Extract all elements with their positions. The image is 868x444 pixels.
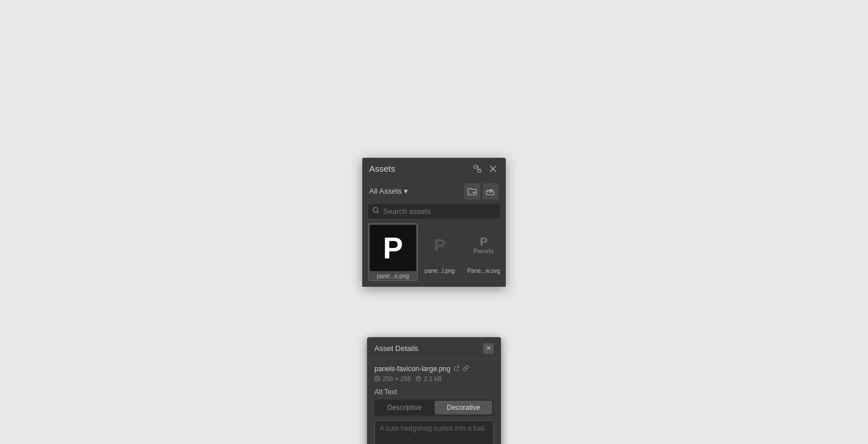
alt-text-input[interactable] — [374, 420, 494, 445]
file-size-text: 2.1 kB — [424, 375, 442, 382]
thumbnail-icon: P — [383, 233, 403, 263]
asset-name: pane...l.png — [425, 268, 455, 274]
assets-panel: Assets All Assets ▾ — [362, 158, 506, 287]
asset-thumbnail: P — [419, 224, 461, 266]
search-container — [362, 204, 506, 223]
panel-header: Assets — [362, 158, 506, 180]
asset-name: pane...e.png — [377, 273, 409, 279]
file-name: panels-favicon-large.png — [374, 365, 450, 373]
alt-text-tabs: Descriptive Decorative — [374, 399, 494, 416]
expand-icon[interactable] — [471, 164, 484, 174]
dimensions-icon — [374, 376, 380, 382]
filter-label: All Assets — [369, 187, 402, 195]
svg-rect-1 — [478, 169, 481, 172]
search-wrapper — [368, 204, 500, 219]
upload-button[interactable] — [483, 183, 499, 199]
file-size-icon — [415, 376, 421, 382]
external-link-icon[interactable] — [454, 365, 459, 372]
file-name-row: panels-favicon-large.png — [374, 365, 494, 373]
header-actions — [471, 164, 499, 174]
copy-link-icon[interactable] — [463, 365, 469, 372]
details-title: Asset Details — [374, 344, 418, 353]
panel-toolbar: All Assets ▾ — [362, 180, 506, 204]
search-input[interactable] — [383, 207, 495, 216]
asset-thumbnail: P — [370, 225, 416, 271]
panel-title: Assets — [369, 164, 395, 173]
details-header: Asset Details ✕ — [367, 338, 501, 359]
svg-rect-0 — [474, 165, 477, 168]
asset-thumbnail: P Panels — [463, 224, 505, 266]
thumbnail-icon: P — [434, 236, 446, 254]
list-item[interactable]: P pane...l.png — [418, 223, 462, 281]
details-close-button[interactable]: ✕ — [483, 343, 494, 354]
assets-grid: P pane...e.png P pane...l.png P Panels P… — [362, 223, 506, 287]
descriptive-tab[interactable]: Descriptive — [376, 401, 433, 415]
details-body: panels-favicon-large.png — [367, 359, 501, 445]
svg-point-9 — [373, 208, 378, 212]
close-panel-button[interactable] — [487, 164, 499, 173]
filter-arrow-icon: ▾ — [404, 187, 408, 195]
add-folder-button[interactable] — [464, 183, 480, 199]
decorative-tab[interactable]: Decorative — [435, 401, 492, 415]
search-icon — [373, 207, 380, 216]
list-item[interactable]: P Panels Pane...w.svg — [462, 223, 506, 281]
toolbar-right — [464, 183, 499, 199]
svg-line-10 — [377, 212, 379, 213]
all-assets-button[interactable]: All Assets ▾ — [369, 187, 408, 195]
asset-name: Pane...w.svg — [468, 268, 501, 274]
file-meta: 256 × 256 2.1 kB — [374, 375, 494, 382]
asset-details-panel: Asset Details ✕ panels-favicon-large.png — [367, 337, 501, 445]
dimensions-text: 256 × 256 — [382, 375, 411, 382]
list-item[interactable]: P pane...e.png — [368, 223, 418, 281]
alt-text-label: Alt Text — [374, 388, 494, 396]
